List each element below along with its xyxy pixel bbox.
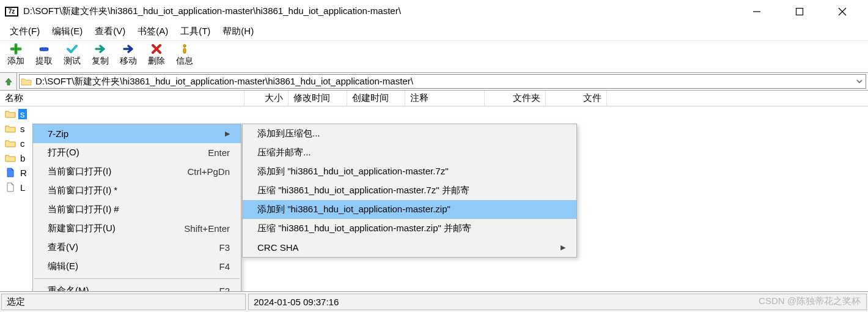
close-button[interactable] — [830, 2, 855, 21]
list-item[interactable]: L — [0, 180, 31, 195]
menu-item[interactable]: 工具(T) — [175, 24, 215, 39]
folder-icon — [20, 77, 33, 86]
titlebar: 7z D:\SOFT\新建文件夹\hi3861_hdu_iot_applicat… — [0, 0, 868, 23]
status-datetime: 2024-01-05 09:37:16 — [248, 294, 867, 310]
column-comment[interactable]: 注释 — [405, 91, 485, 106]
list-item[interactable]: s — [0, 106, 31, 121]
folder-icon — [5, 152, 16, 163]
list-header: 名称 大小 修改时间 创建时间 注释 文件夹 文件 — [0, 91, 868, 106]
folder-icon — [5, 138, 16, 149]
minus-icon — [38, 42, 50, 56]
menu-item[interactable]: 添加到 "hi3861_hdu_iot_application-master.z… — [243, 200, 576, 219]
svg-point-5 — [183, 45, 186, 47]
addressbar: D:\SOFT\新建文件夹\hi3861_hdu_iot_application… — [0, 72, 868, 91]
list-item[interactable]: c — [0, 136, 31, 150]
minimize-button[interactable] — [745, 2, 769, 21]
menu-item[interactable]: 压缩 "hi3861_hdu_iot_application-master.7z… — [243, 181, 576, 200]
svg-rect-6 — [183, 48, 186, 53]
plus-icon — [10, 42, 22, 56]
toolbar-check[interactable]: 测试 — [60, 42, 84, 65]
menu-separator — [34, 278, 240, 279]
window-title: D:\SOFT\新建文件夹\hi3861_hdu_iot_application… — [21, 6, 401, 17]
context-submenu[interactable]: 添加到压缩包...压缩并邮寄...添加到 "hi3861_hdu_iot_app… — [242, 124, 577, 258]
column-created[interactable]: 创建时间 — [347, 91, 405, 106]
toolbar: 添加提取测试复制移动删除信息 — [0, 40, 868, 72]
toolbar-arrow-r2[interactable]: 移动 — [116, 42, 141, 65]
chevron-right-icon: ▶ — [225, 130, 230, 138]
menubar: 文件(F)编辑(E)查看(V)书签(A)工具(T)帮助(H) — [0, 23, 868, 40]
chevron-right-icon: ▶ — [561, 243, 565, 251]
menu-item[interactable]: 书签(A) — [133, 24, 173, 39]
file-icon — [5, 167, 16, 178]
up-button[interactable] — [0, 73, 17, 90]
column-folders[interactable]: 文件夹 — [485, 91, 546, 106]
toolbar-plus[interactable]: 添加 — [4, 42, 28, 65]
menu-item[interactable]: 打开(O)Enter — [33, 143, 241, 162]
folder-icon — [5, 108, 16, 119]
toolbar-minus[interactable]: 提取 — [32, 42, 56, 65]
menu-item[interactable]: 当前窗口打开(I) # — [33, 200, 241, 219]
menu-item[interactable]: 压缩 "hi3861_hdu_iot_application-master.zi… — [243, 219, 576, 238]
column-name[interactable]: 名称 — [0, 91, 245, 106]
folder-icon — [5, 123, 16, 134]
list-item[interactable]: R — [0, 165, 31, 180]
maximize-button[interactable] — [787, 2, 812, 21]
menu-item[interactable]: 编辑(E) — [47, 24, 87, 39]
toolbar-cross[interactable]: 删除 — [144, 42, 169, 65]
toolbar-info[interactable]: 信息 — [172, 42, 197, 65]
list-item[interactable]: s — [0, 121, 31, 136]
menu-item[interactable]: 查看(V) — [90, 24, 130, 39]
status-selection: 选定 — [1, 294, 246, 310]
menu-item[interactable]: 帮助(H) — [218, 24, 259, 39]
menu-item[interactable]: 编辑(E)F4 — [33, 257, 241, 276]
menu-item[interactable]: 7-Zip▶ — [33, 124, 241, 143]
cross-icon — [151, 42, 162, 56]
file-icon — [5, 182, 16, 193]
menu-item[interactable]: 新建窗口打开(U)Shift+Enter — [33, 219, 241, 238]
check-icon — [66, 42, 78, 56]
menu-item[interactable]: 查看(V)F3 — [33, 238, 241, 257]
info-icon — [179, 42, 190, 56]
svg-rect-1 — [796, 8, 803, 15]
context-menu[interactable]: 7-Zip▶打开(O)Enter当前窗口打开(I)Ctrl+PgDn当前窗口打开… — [32, 124, 241, 312]
address-text: D:\SOFT\新建文件夹\hi3861_hdu_iot_application… — [33, 75, 853, 89]
column-files[interactable]: 文件 — [546, 91, 607, 106]
statusbar: 选定 2024-01-05 09:37:16 — [0, 291, 868, 312]
menu-item[interactable]: 压缩并邮寄... — [243, 143, 576, 162]
menu-item[interactable]: 添加到 "hi3861_hdu_iot_application-master.7… — [243, 162, 576, 181]
svg-rect-4 — [40, 48, 48, 51]
menu-item[interactable]: 添加到压缩包... — [243, 124, 576, 143]
list-item[interactable]: b — [0, 150, 31, 165]
arrow-r2-icon — [122, 42, 134, 56]
column-modified[interactable]: 修改时间 — [289, 91, 347, 106]
menu-item[interactable]: 当前窗口打开(I) * — [33, 181, 241, 200]
toolbar-arrow-r1[interactable]: 复制 — [88, 42, 112, 65]
address-input[interactable]: D:\SOFT\新建文件夹\hi3861_hdu_iot_application… — [19, 74, 866, 89]
menu-item[interactable]: 当前窗口打开(I)Ctrl+PgDn — [33, 162, 241, 181]
app-icon: 7z — [5, 7, 18, 17]
menu-item[interactable]: CRC SHA▶ — [243, 238, 576, 257]
chevron-down-icon[interactable] — [853, 78, 866, 85]
column-size[interactable]: 大小 — [245, 91, 289, 106]
arrow-r1-icon — [94, 42, 106, 56]
menu-item[interactable]: 文件(F) — [5, 24, 45, 39]
